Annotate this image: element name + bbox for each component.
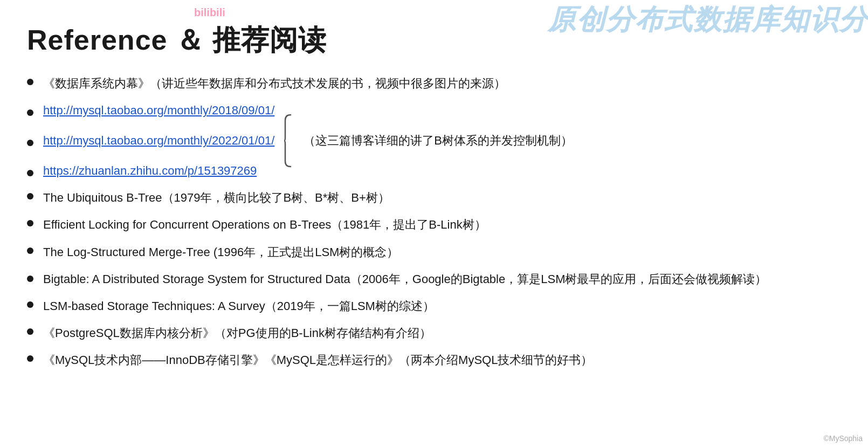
item-text: LSM-based Storage Techniques: A Survey（2… bbox=[43, 297, 841, 315]
bullet-icon bbox=[27, 301, 33, 308]
link-item-3[interactable]: http://mysql.taobao.org/monthly/2022/01/… bbox=[43, 132, 274, 150]
bullet-icon bbox=[27, 109, 33, 116]
list-item: Efficient Locking for Concurrent Operati… bbox=[27, 216, 841, 234]
bullet-icon bbox=[27, 247, 33, 254]
bullet-icon bbox=[27, 220, 33, 226]
page-container: 原创分布式数据库知识分 bilibili Reference ＆ 推荐阅读 《数… bbox=[0, 0, 868, 447]
item-text: 《数据库系统内幕》（讲近些年数据库和分布式技术发展的书，视频中很多图片的来源） bbox=[43, 74, 841, 93]
bullet-icon bbox=[27, 140, 33, 146]
brace-items: http://mysql.taobao.org/monthly/2018/09/… bbox=[27, 101, 274, 180]
list-item: The Log-Structured Merge-Tree (1996年，正式提… bbox=[27, 243, 841, 262]
link-item-4[interactable]: https://zhuanlan.zhihu.com/p/151397269 bbox=[43, 162, 274, 180]
bottom-credit: ©MySophia bbox=[823, 434, 863, 443]
list-item-brace-group: http://mysql.taobao.org/monthly/2018/09/… bbox=[27, 101, 841, 180]
brace-right: （这三篇博客详细的讲了B树体系的并发控制机制） bbox=[283, 101, 573, 180]
item-text: 《PostgreSQL数据库内核分析》（对PG使用的B-Link树存储结构有介绍… bbox=[43, 324, 841, 342]
bilibili-logo: bilibili bbox=[194, 6, 225, 19]
item-text: Bigtable: A Distributed Storage System f… bbox=[43, 270, 841, 288]
item-text: Efficient Locking for Concurrent Operati… bbox=[43, 216, 841, 234]
bullet-icon bbox=[27, 276, 33, 282]
reference-list: 《数据库系统内幕》（讲近些年数据库和分布式技术发展的书，视频中很多图片的来源） … bbox=[27, 74, 841, 369]
link-item-2[interactable]: http://mysql.taobao.org/monthly/2018/09/… bbox=[43, 101, 274, 120]
list-item: 《数据库系统内幕》（讲近些年数据库和分布式技术发展的书，视频中很多图片的来源） bbox=[27, 74, 841, 93]
bullet-icon bbox=[27, 79, 33, 85]
bullet-icon bbox=[27, 328, 33, 335]
brace-label: （这三篇博客详细的讲了B树体系的并发控制机制） bbox=[304, 132, 573, 150]
item-text: The Ubiquitous B-Tree（1979年，横向比较了B树、B*树、… bbox=[43, 189, 841, 207]
list-item: 《PostgreSQL数据库内核分析》（对PG使用的B-Link树存储结构有介绍… bbox=[27, 324, 841, 342]
list-item: LSM-based Storage Techniques: A Survey（2… bbox=[27, 297, 841, 315]
list-item: The Ubiquitous B-Tree（1979年，横向比较了B树、B*树、… bbox=[27, 189, 841, 207]
item-text: The Log-Structured Merge-Tree (1996年，正式提… bbox=[43, 243, 841, 262]
brace-svg bbox=[283, 114, 298, 168]
list-item: 《MySQL技术内部——InnoDB存储引擎》《MySQL是怎样运行的》（两本介… bbox=[27, 351, 841, 369]
bullet-icon bbox=[27, 170, 33, 176]
list-item: Bigtable: A Distributed Storage System f… bbox=[27, 270, 841, 288]
page-title: Reference ＆ 推荐阅读 bbox=[27, 22, 841, 59]
item-text: 《MySQL技术内部——InnoDB存储引擎》《MySQL是怎样运行的》（两本介… bbox=[43, 351, 841, 369]
bullet-icon bbox=[27, 355, 33, 362]
bullet-icon bbox=[27, 193, 33, 200]
